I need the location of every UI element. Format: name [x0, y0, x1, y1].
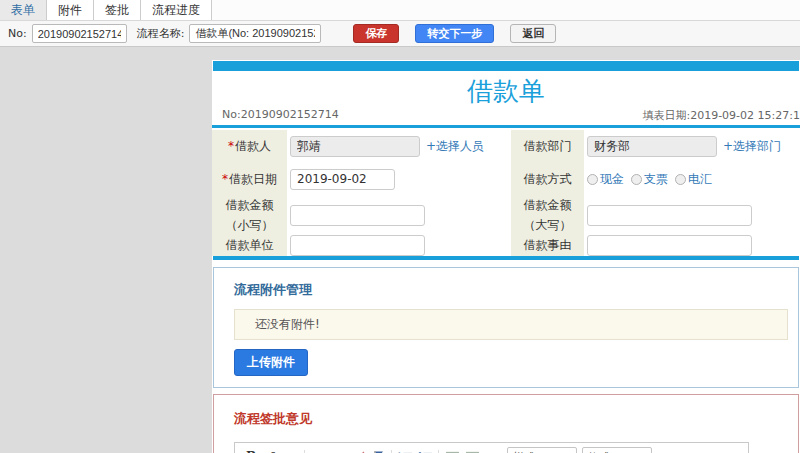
approval-section: 流程签批意见 B I abc [213, 394, 799, 453]
borrow-method-radios: 现金 支票 电汇 [587, 171, 719, 188]
styles-dropdown[interactable]: 样式 ▾ [507, 447, 577, 453]
link-icon[interactable] [329, 449, 347, 453]
styles-dropdown-label: 样式 [513, 450, 535, 453]
borrow-method-label-cell: 借款方式 [511, 162, 584, 196]
department-label: 借款部门 [524, 136, 572, 156]
decrease-indent-icon[interactable] [443, 449, 461, 453]
toolbar-separator [391, 450, 392, 453]
form-title: 借款单 [212, 76, 800, 106]
borrower-label: 借款人 [235, 139, 271, 153]
borrower-label-cell: *借款人 [212, 130, 287, 162]
no-label: No: [8, 27, 27, 40]
form-row-borrower: *借款人 +选择人员 借款部门 +选择部门 [212, 130, 800, 162]
approval-editor: B I abc 123 [234, 442, 749, 453]
form-footer-bar [213, 256, 799, 260]
borrow-date-label: 借款日期 [229, 172, 277, 186]
approval-heading: 流程签批意见 [234, 410, 788, 428]
forward-next-step-button[interactable]: 转交下一步 [415, 24, 494, 43]
loan-form-table: *借款人 +选择人员 借款部门 +选择部门 *借款日期 借款方式 [212, 130, 800, 256]
form-row-date-method: *借款日期 借款方式 现金 支票 电汇 [212, 162, 800, 196]
unit-input[interactable] [290, 235, 425, 256]
bulleted-list-icon[interactable] [416, 449, 434, 453]
tab-attachments-label: 附件 [58, 2, 82, 19]
italic-icon[interactable]: I [262, 449, 280, 453]
borrow-date-label-cell: *借款日期 [212, 162, 287, 196]
toolbar: No: 流程名称: 保存 转交下一步 返回 [0, 21, 800, 47]
loan-form-panel: 借款单 No:20190902152714 填表日期:2019-09-02 15… [212, 60, 800, 453]
process-name-label: 流程名称: [137, 26, 185, 41]
toolbar-separator [304, 450, 305, 453]
tab-approval[interactable]: 签批 [94, 0, 141, 20]
radio-wire[interactable]: 电汇 [675, 171, 712, 188]
form-meta-row: No:20190902152714 填表日期:2019-09-02 15:27:… [212, 108, 800, 123]
radio-check-label: 支票 [644, 171, 668, 188]
select-person-link[interactable]: +选择人员 [426, 138, 484, 155]
amount-upper-label: 借款金额（大写） [514, 195, 581, 236]
radio-cash-label: 现金 [600, 171, 624, 188]
select-department-link[interactable]: +选择部门 [723, 138, 781, 155]
radio-check[interactable]: 支票 [631, 171, 668, 188]
tab-progress-label: 流程进度 [152, 2, 200, 19]
form-row-amounts: 借款金额（小写） 借款金额（大写） [212, 196, 800, 234]
radio-cash-circle[interactable] [587, 174, 598, 185]
borrow-date-input[interactable] [290, 169, 395, 190]
attachments-section: 流程附件管理 还没有附件! 上传附件 [213, 267, 799, 388]
save-button[interactable]: 保存 [353, 24, 399, 43]
tab-attachments[interactable]: 附件 [47, 0, 94, 20]
radio-cash[interactable]: 现金 [587, 171, 624, 188]
radio-check-circle[interactable] [631, 174, 642, 185]
anchor-flag-icon[interactable] [369, 449, 387, 453]
form-number-text: No:20190902152714 [222, 108, 339, 121]
form-header-bar [213, 61, 799, 71]
format-dropdown[interactable]: 格式 ▾ [582, 447, 652, 453]
unlink-icon[interactable] [349, 449, 367, 453]
reason-input[interactable] [587, 235, 752, 256]
radio-wire-label: 电汇 [688, 171, 712, 188]
tab-form[interactable]: 表单 [0, 0, 47, 20]
increase-indent-icon[interactable] [463, 449, 481, 453]
bold-icon[interactable]: B [242, 449, 260, 453]
amount-lower-label: 借款金额（小写） [215, 195, 284, 236]
unit-label: 借款单位 [226, 235, 274, 255]
borrower-input[interactable] [290, 136, 420, 157]
required-mark: * [228, 139, 234, 153]
editor-toolbar: B I abc 123 [235, 443, 748, 453]
tab-bar: 表单 附件 签批 流程进度 [0, 0, 800, 21]
department-label-cell: 借款部门 [511, 130, 584, 162]
back-button[interactable]: 返回 [510, 24, 556, 43]
radio-wire-circle[interactable] [675, 174, 686, 185]
reason-label: 借款事由 [524, 235, 572, 255]
process-name-input[interactable] [189, 24, 321, 43]
no-attachments-alert: 还没有附件! [234, 309, 788, 340]
format-dropdown-label: 格式 [588, 450, 610, 453]
amount-upper-input[interactable] [587, 205, 752, 226]
unit-label-cell: 借款单位 [212, 234, 287, 256]
attachments-heading: 流程附件管理 [234, 281, 788, 299]
strikethrough-icon[interactable]: abc [282, 449, 300, 453]
form-divider [212, 125, 800, 128]
tab-form-label: 表单 [11, 2, 35, 19]
reason-label-cell: 借款事由 [511, 234, 584, 256]
required-mark: * [222, 172, 228, 186]
numbered-list-icon[interactable]: 123 [396, 449, 414, 453]
borrow-method-label: 借款方式 [524, 169, 572, 189]
tab-approval-label: 签批 [105, 2, 129, 19]
form-row-unit-reason: 借款单位 借款事由 [212, 234, 800, 256]
amount-lower-input[interactable] [290, 205, 425, 226]
department-input[interactable] [587, 136, 717, 157]
tab-progress[interactable]: 流程进度 [141, 0, 212, 20]
amount-lower-label-cell: 借款金额（小写） [212, 196, 287, 234]
upload-attachment-button[interactable]: 上传附件 [234, 349, 308, 376]
blockquote-icon[interactable]: ” [483, 449, 501, 453]
form-fill-date-text: 填表日期:2019-09-02 15:27:1 [642, 108, 800, 123]
remove-format-icon[interactable] [309, 449, 327, 453]
no-input[interactable] [32, 24, 127, 43]
toolbar-separator [438, 450, 439, 453]
amount-upper-label-cell: 借款金额（大写） [511, 196, 584, 234]
